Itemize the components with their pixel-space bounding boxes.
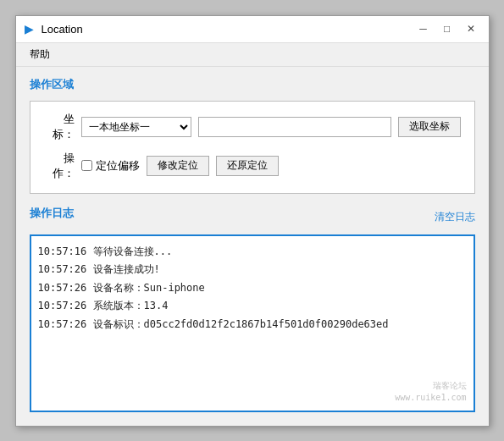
coord-select[interactable]: 一本地坐标一 (81, 117, 191, 137)
clear-log-button[interactable]: 清空日志 (435, 210, 475, 224)
log-box[interactable]: 10:57:16 等待设备连接... 10:57:26 设备连接成功! 10:5… (30, 234, 475, 412)
modify-location-button[interactable]: 修改定位 (147, 156, 209, 176)
title-left: ▶ Location (23, 22, 83, 36)
menu-help[interactable]: 帮助 (23, 45, 57, 64)
coord-label: 坐标： (44, 112, 75, 142)
watermark: 瑞客论坛 www.ruike1.com (395, 380, 466, 404)
offset-label: 定位偏移 (96, 158, 140, 174)
minimize-button[interactable]: ─ (413, 19, 435, 38)
offset-checkbox[interactable] (81, 160, 92, 171)
log-line: 10:57:26 设备标识：d05cc2fd0d12f2c1867b14f501… (38, 316, 467, 334)
log-line: 10:57:26 系统版本：13.4 (38, 297, 467, 316)
log-header: 操作日志 清空日志 (30, 206, 475, 229)
close-button[interactable]: ✕ (460, 19, 482, 38)
pick-coord-button[interactable]: 选取坐标 (398, 117, 461, 137)
window-title: Location (42, 23, 83, 36)
title-bar: ▶ Location ─ □ ✕ (16, 16, 489, 43)
operation-area-section: 操作区域 坐标： 一本地坐标一 选取坐标 操作： 定位偏移 (30, 77, 475, 194)
log-line: 10:57:26 设备名称：Sun-iphone (38, 279, 467, 298)
log-line: 10:57:16 等待设备连接... (38, 243, 467, 262)
operation-area-box: 坐标： 一本地坐标一 选取坐标 操作： 定位偏移 修改定位 还原定位 (30, 101, 475, 194)
log-line: 10:57:26 设备连接成功! (38, 261, 467, 279)
window-content: 操作区域 坐标： 一本地坐标一 选取坐标 操作： 定位偏移 (16, 67, 489, 426)
log-section-title: 操作日志 (30, 206, 74, 221)
offset-checkbox-label[interactable]: 定位偏移 (81, 158, 140, 174)
title-controls: ─ □ ✕ (413, 19, 482, 38)
location-icon: ▶ (23, 22, 36, 36)
coord-row: 坐标： 一本地坐标一 选取坐标 (44, 112, 461, 142)
operation-row: 操作： 定位偏移 修改定位 还原定位 (44, 151, 461, 181)
main-window: ▶ Location ─ □ ✕ 帮助 操作区域 坐标： 一本地坐标一 (15, 15, 490, 427)
operation-label: 操作： (44, 151, 75, 181)
operation-area-title: 操作区域 (30, 77, 475, 92)
coord-input[interactable] (198, 117, 391, 137)
restore-location-button[interactable]: 还原定位 (216, 156, 279, 176)
menu-bar: 帮助 (16, 43, 489, 67)
log-section: 操作日志 清空日志 10:57:16 等待设备连接... 10:57:26 设备… (30, 206, 475, 412)
maximize-button[interactable]: □ (436, 19, 458, 38)
